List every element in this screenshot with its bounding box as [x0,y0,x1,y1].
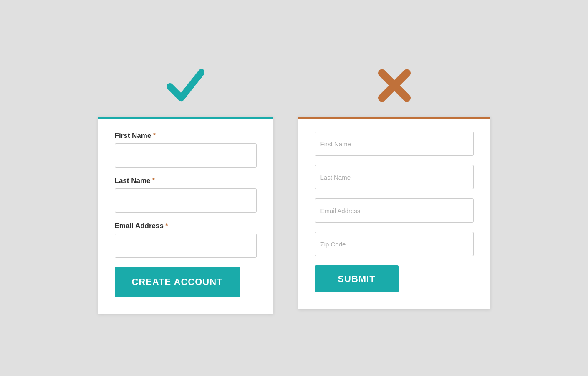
email-group-bad [315,198,474,223]
last-name-group-good: Last Name* [115,177,257,213]
first-name-group-bad [315,132,474,156]
email-label-good: Email Address* [115,222,257,230]
x-icon [376,68,413,103]
checkmark-icon [167,68,204,103]
create-account-button[interactable]: CREATE ACCOUNT [115,267,240,297]
required-star-3: * [165,222,168,230]
x-icon-wrapper [376,62,413,108]
last-name-input-bad[interactable] [315,165,474,189]
first-name-input-bad[interactable] [315,132,474,156]
email-input-good[interactable] [115,234,257,258]
email-group-good: Email Address* [115,222,257,258]
first-name-group-good: First Name* [115,132,257,168]
last-name-group-bad [315,165,474,189]
last-name-input-good[interactable] [115,188,257,213]
required-star-1: * [153,132,156,140]
required-star-2: * [152,177,155,185]
checkmark-icon-wrapper [167,62,204,108]
first-name-input-good[interactable] [115,143,257,168]
page-wrapper: First Name* Last Name* Email Address* CR… [0,46,588,330]
good-form-card: First Name* Last Name* Email Address* CR… [98,117,273,314]
zip-group-bad [315,232,474,256]
zip-input-bad[interactable] [315,232,474,256]
good-form-section: First Name* Last Name* Email Address* CR… [98,62,273,314]
bad-form-section: SUBMIT [298,62,490,309]
submit-button[interactable]: SUBMIT [315,265,399,292]
email-input-bad[interactable] [315,198,474,223]
first-name-label-good: First Name* [115,132,257,140]
last-name-label-good: Last Name* [115,177,257,185]
bad-form-card: SUBMIT [298,117,490,309]
